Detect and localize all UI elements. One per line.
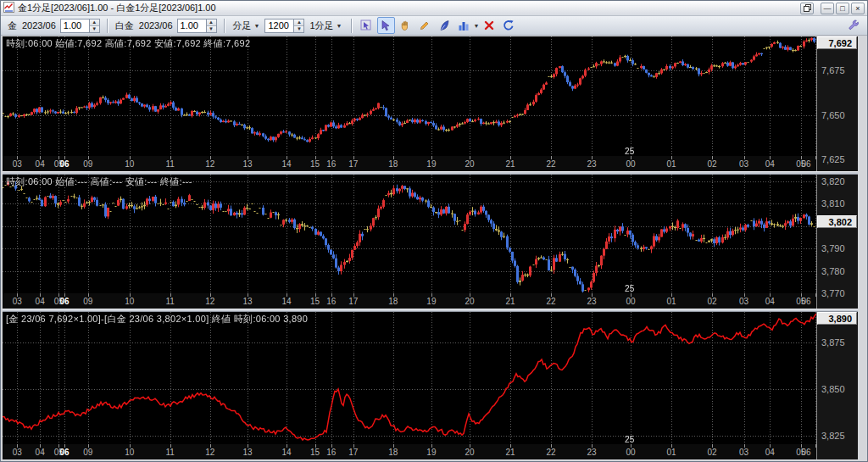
refresh-icon[interactable] (499, 17, 517, 34)
time-axis-label: 16 (323, 159, 340, 169)
time-axis-label: 19 (423, 448, 440, 457)
pen-annotate-icon[interactable] (436, 17, 453, 34)
close-button[interactable]: × (851, 3, 865, 14)
last-price-box: 3,890 (817, 312, 857, 325)
bar-type-dropdown[interactable]: 分足▼ (230, 19, 264, 33)
price-axis-label: 7,675 (821, 65, 845, 75)
time-axis-label: 12 (202, 159, 219, 169)
time-axis-label: 02 (704, 159, 721, 169)
chevron-down-icon[interactable]: ▼ (474, 23, 480, 29)
time-axis-label: 20 (461, 297, 478, 306)
spread-formula-readout: [金 23/06 7,692×1.00]-[白金 23/06 3,802×1.0… (6, 313, 308, 326)
time-axis-label: 13 (239, 159, 256, 169)
time-axis-label: 06 (56, 448, 73, 457)
maximize-button[interactable]: □ (836, 3, 849, 14)
platinum-chart-plot[interactable]: 時刻:06:00 始値:--- 高値:--- 安値:--- 終値:--- 25 (3, 175, 816, 293)
time-axis-label: 16 (323, 448, 340, 457)
time-axis-label: 10 (121, 159, 138, 169)
delete-drawing-icon[interactable] (480, 17, 498, 34)
time-axis-label: 04 (761, 297, 778, 306)
platinum-multiplier-input[interactable]: 1.00 ▲▼ (177, 19, 217, 33)
platinum-multiplier-value[interactable]: 1.00 (177, 19, 206, 33)
time-axis-label: 03 (8, 297, 25, 306)
gold-multiplier-value[interactable]: 1.00 (60, 19, 89, 33)
hand-pan-icon[interactable] (397, 17, 415, 34)
time-axis-label: 15 (307, 159, 324, 169)
spin-down-button[interactable]: ▼ (90, 25, 99, 32)
pencil-draw-icon[interactable] (416, 17, 434, 34)
time-axis-label: 21 (502, 297, 519, 306)
time-axis-label: 01 (663, 297, 680, 306)
price-axis-label: 7,650 (821, 110, 845, 120)
time-axis-label: 00 (622, 448, 639, 457)
time-axis-label: 15 (307, 297, 324, 306)
price-axis-label: 7,625 (821, 154, 845, 164)
time-axis-label: 17 (345, 297, 362, 306)
platinum-panel: 時刻:06:00 始値:--- 高値:--- 安値:--- 終値:--- 25 … (3, 175, 858, 309)
time-axis-label: 00 (622, 159, 639, 169)
chart-stack: 時刻:06:00 始値:7,692 高値:7,692 安値:7,692 終値:7… (3, 36, 858, 459)
gold-multiplier-input[interactable]: 1.00 ▲▼ (60, 19, 100, 33)
toolbar-separator (224, 19, 225, 33)
time-axis-label: 06 (798, 159, 815, 169)
time-axis-label: 06 (56, 297, 73, 306)
gold-chart-plot[interactable]: 時刻:06:00 始値:7,692 高値:7,692 安値:7,692 終値:7… (3, 36, 816, 156)
gold-label: 金 (8, 19, 17, 32)
select-mode-icon[interactable] (358, 17, 376, 34)
price-axis-label: 3,780 (821, 266, 845, 276)
time-axis-label: 16 (323, 297, 340, 306)
time-axis-label: 23 (583, 297, 600, 306)
settings-wrench-icon[interactable] (844, 17, 862, 34)
gold-panel: 時刻:06:00 始値:7,692 高値:7,692 安値:7,692 終値:7… (3, 36, 858, 171)
gold-candlestick-canvas[interactable] (3, 36, 816, 156)
spread-chart-plot[interactable]: [金 23/06 7,692×1.00]-[白金 23/06 3,802×1.0… (3, 312, 816, 444)
time-axis-label: 03 (736, 297, 753, 306)
chevron-down-icon: ▼ (337, 23, 342, 29)
bar-count-input[interactable]: 1200 ▲▼ (264, 19, 304, 33)
date-change-label: 25 (625, 284, 634, 293)
layers-window-button[interactable] (800, 3, 814, 14)
time-axis-label: 12 (202, 297, 219, 306)
time-axis-label: 11 (162, 159, 179, 169)
spin-up-button[interactable]: ▲ (294, 19, 303, 25)
window-title: 金1分足[2023/06]1.00 - 白金1分足[2023/06]1.00 (18, 2, 798, 14)
time-axis-label: 09 (80, 297, 97, 306)
toolbar: 金 2023/06 1.00 ▲▼ 白金 2023/06 1.00 ▲▼ 分足▼… (1, 16, 867, 36)
time-axis-label: 01 (663, 159, 680, 169)
chevron-down-icon: ▼ (254, 23, 260, 29)
time-axis-label: 03 (736, 448, 753, 457)
bar-count-value[interactable]: 1200 (264, 19, 293, 33)
spin-down-button[interactable]: ▼ (207, 25, 216, 32)
time-axis-label: 10 (121, 297, 138, 306)
time-axis-label: 22 (542, 448, 559, 457)
platinum-candlestick-canvas[interactable] (3, 175, 816, 293)
time-axis-label: 04 (761, 159, 778, 169)
time-axis-label: 06 (798, 448, 815, 457)
gold-time-axis: 0304050609101112131415161718192021222300… (3, 156, 816, 171)
time-axis-label: 06 (56, 159, 73, 169)
spread-line-canvas[interactable] (3, 312, 816, 444)
time-axis-label: 14 (278, 448, 295, 457)
interval-dropdown[interactable]: 1分足▼ (306, 19, 345, 33)
time-axis-label: 22 (542, 297, 559, 306)
minimize-button[interactable]: — (821, 3, 834, 14)
gold-ohlc-readout: 時刻:06:00 始値:7,692 高値:7,692 安値:7,692 終値:7… (6, 37, 250, 50)
spin-down-button[interactable]: ▼ (294, 25, 303, 32)
time-axis-label: 19 (423, 297, 440, 306)
time-axis-label: 04 (761, 448, 778, 457)
time-axis-label: 06 (798, 297, 815, 306)
time-axis-label: 10 (121, 448, 138, 457)
platinum-ohlc-readout: 時刻:06:00 始値:--- 高値:--- 安値:--- 終値:--- (6, 175, 192, 188)
chart-type-icon[interactable] (455, 17, 473, 34)
time-axis-label: 20 (461, 159, 478, 169)
spin-up-button[interactable]: ▲ (207, 19, 216, 25)
time-axis-label: 02 (704, 448, 721, 457)
time-axis-label: 17 (345, 159, 362, 169)
time-axis-label: 03 (8, 159, 25, 169)
gold-contract-label: 2023/06 (22, 20, 56, 31)
cursor-tool-icon[interactable] (377, 17, 395, 34)
time-axis-label: 18 (385, 297, 402, 306)
time-axis-label: 02 (704, 297, 721, 306)
price-axis-label: 3,825 (821, 431, 845, 441)
spin-up-button[interactable]: ▲ (90, 19, 99, 25)
